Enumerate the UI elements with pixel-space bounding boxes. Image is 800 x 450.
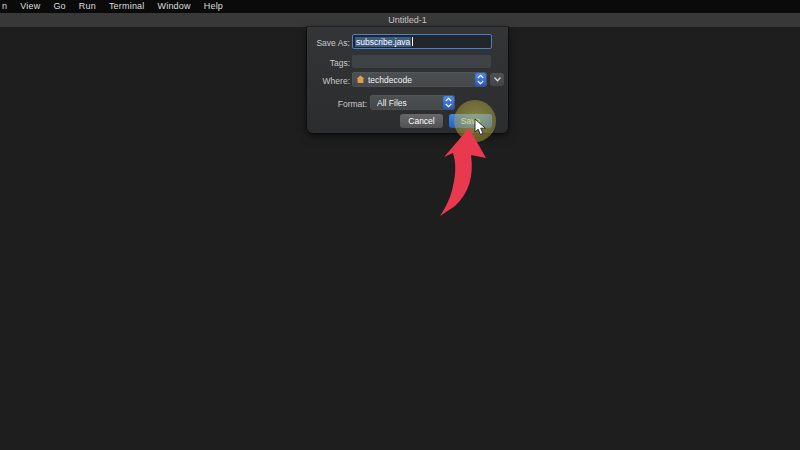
format-dropdown[interactable]: All Files bbox=[370, 95, 455, 110]
text-caret bbox=[412, 37, 413, 46]
tags-input[interactable] bbox=[352, 55, 491, 68]
menu-item-run[interactable]: Run bbox=[79, 0, 96, 13]
window-title-bar: Untitled-1 bbox=[0, 13, 800, 27]
menu-item-terminal[interactable]: Terminal bbox=[109, 0, 145, 13]
menu-item-truncated[interactable]: n bbox=[2, 0, 7, 13]
menu-bar: n View Go Run Terminal Window Help bbox=[0, 0, 800, 13]
menu-item-go[interactable]: Go bbox=[53, 0, 65, 13]
chevron-down-icon bbox=[493, 76, 502, 83]
where-expand-button[interactable] bbox=[490, 73, 504, 86]
menu-item-help[interactable]: Help bbox=[204, 0, 223, 13]
home-folder-icon bbox=[356, 75, 365, 84]
cancel-button[interactable]: Cancel bbox=[400, 114, 443, 128]
where-dropdown[interactable]: techdecode bbox=[352, 72, 487, 87]
menu-item-view[interactable]: View bbox=[20, 0, 40, 13]
format-label: Format: bbox=[307, 98, 367, 110]
save-as-label: Save As: bbox=[307, 37, 350, 49]
mouse-cursor-icon bbox=[474, 118, 487, 136]
format-value: All Files bbox=[374, 98, 441, 108]
where-value: techdecode bbox=[368, 75, 473, 85]
window-title: Untitled-1 bbox=[307, 13, 508, 27]
save-as-value: subscribe.java bbox=[355, 37, 411, 47]
menu-item-window[interactable]: Window bbox=[158, 0, 191, 13]
tags-label: Tags: bbox=[307, 57, 350, 69]
where-label: Where: bbox=[307, 75, 350, 87]
up-down-chevrons-icon bbox=[475, 73, 486, 86]
save-as-input[interactable]: subscribe.java bbox=[352, 34, 492, 49]
up-down-chevrons-icon bbox=[443, 96, 454, 109]
